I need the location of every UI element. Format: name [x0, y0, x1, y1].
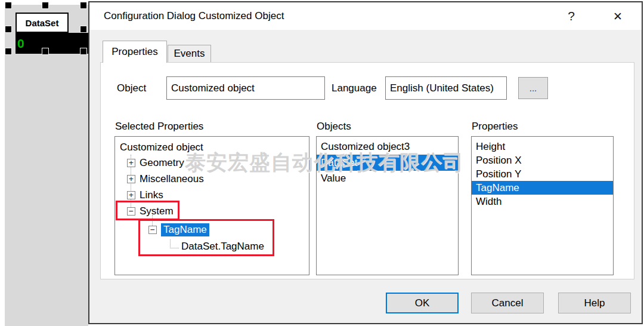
- tab-properties-label: Properties: [112, 46, 157, 58]
- selection-handle-bottom-left[interactable]: [5, 48, 11, 54]
- ok-button-label: OK: [415, 297, 430, 309]
- cancel-button[interactable]: Cancel: [471, 293, 544, 313]
- tree-item-links[interactable]: + Links: [127, 187, 163, 203]
- object-field-label: Object: [117, 82, 146, 94]
- tree-item-label: Miscellaneous: [140, 173, 204, 185]
- tree-item-miscellaneous[interactable]: + Miscellaneous: [127, 171, 204, 187]
- list-item[interactable]: Position X: [472, 153, 613, 167]
- list-item[interactable]: Value: [317, 171, 458, 186]
- tab-properties[interactable]: Properties: [103, 41, 167, 63]
- ok-button[interactable]: OK: [386, 293, 459, 313]
- collapse-icon[interactable]: −: [148, 226, 157, 234]
- list-item[interactable]: Customized object3: [317, 139, 458, 155]
- tree-item-geometry[interactable]: + Geometry: [127, 155, 184, 171]
- widget-label-text: DataSet: [26, 18, 59, 28]
- language-input-value: English (United States): [390, 82, 494, 94]
- tree-leaf-connector: [170, 239, 179, 248]
- dataset-widget-label[interactable]: DataSet: [16, 13, 69, 33]
- widget-value-text: 0: [17, 36, 24, 51]
- expand-icon[interactable]: +: [127, 159, 135, 167]
- browse-button[interactable]: ...: [518, 77, 548, 99]
- object-input-value: Customized object: [171, 82, 255, 94]
- list-item[interactable]: Position Y: [472, 167, 613, 181]
- objects-label: Objects: [317, 121, 351, 133]
- list-item-label: Width: [476, 196, 501, 208]
- tree-item-tagname[interactable]: − TagName: [148, 222, 209, 238]
- list-item-label: Position X: [476, 155, 522, 167]
- expand-icon[interactable]: +: [127, 191, 135, 199]
- list-item-selected[interactable]: DataSet: [317, 155, 458, 171]
- tree-item-customized-object[interactable]: Customized object: [120, 140, 203, 155]
- selected-properties-tree: Customized object + Geometry + Miscellan…: [114, 136, 309, 275]
- properties-label: Properties: [472, 121, 518, 133]
- expand-icon[interactable]: +: [127, 175, 135, 183]
- language-input[interactable]: English (United States): [385, 76, 507, 100]
- tree-item-label: System: [140, 205, 174, 217]
- tab-events-label: Events: [174, 48, 205, 60]
- selected-properties-label: Selected Properties: [115, 121, 203, 133]
- help-button-label: Help: [584, 297, 605, 309]
- tree-item-system[interactable]: − System: [127, 204, 174, 219]
- tab-events[interactable]: Events: [168, 45, 211, 62]
- list-item-label: Height: [476, 141, 505, 153]
- list-item-label: DataSet: [321, 157, 357, 169]
- properties-tab-page: Object Customized object Language Englis…: [100, 62, 634, 279]
- selection-handle-mid-right[interactable]: [80, 26, 86, 32]
- tree-item-label: Geometry: [140, 157, 184, 169]
- close-icon[interactable]: ✕: [605, 2, 631, 30]
- list-item[interactable]: Height: [472, 140, 613, 153]
- list-item-label: Position Y: [476, 168, 521, 180]
- tree-item-label-selected: TagName: [161, 223, 209, 236]
- screen: DataSet 0 Configuration Dialog Customize…: [0, 0, 644, 326]
- list-item-label: Customized object3: [321, 141, 410, 153]
- collapse-icon[interactable]: −: [127, 207, 135, 216]
- selection-handle-top-right[interactable]: [80, 2, 86, 8]
- selection-handle-bottom-mid[interactable]: [42, 48, 48, 54]
- properties-list: Height Position X Position Y TagName Wid…: [471, 136, 614, 275]
- list-item-label: Value: [321, 173, 346, 184]
- object-input[interactable]: Customized object: [166, 76, 325, 100]
- selection-handle-bottom-right[interactable]: [80, 48, 86, 54]
- tree-item-label: DataSet.TagName: [181, 241, 264, 253]
- help-button[interactable]: Help: [558, 293, 631, 313]
- editor-canvas: DataSet 0: [5, 5, 88, 326]
- selection-handle-top-left[interactable]: [5, 2, 11, 8]
- tree-item-dataset-tagname[interactable]: DataSet.TagName: [170, 239, 264, 254]
- cancel-button-label: Cancel: [492, 297, 524, 309]
- browse-button-label: ...: [530, 83, 537, 93]
- tree-item-label: Customized object: [120, 142, 203, 153]
- objects-list: Customized object3 DataSet Value: [316, 136, 459, 275]
- list-item-label: TagName: [476, 182, 519, 194]
- tree-item-label: Links: [140, 189, 163, 201]
- dataset-widget-value-display[interactable]: 0: [16, 33, 89, 54]
- selection-handle-top-mid[interactable]: [42, 2, 48, 8]
- list-item[interactable]: Width: [472, 195, 613, 208]
- list-item-selected[interactable]: TagName: [472, 181, 613, 195]
- help-icon[interactable]: ?: [558, 2, 584, 30]
- dialog-titlebar: Configuration Dialog Customized Object ?…: [89, 2, 642, 30]
- dialog-title: Configuration Dialog Customized Object: [104, 10, 284, 22]
- configuration-dialog: Configuration Dialog Customized Object ?…: [88, 1, 643, 324]
- language-field-label: Language: [332, 82, 377, 94]
- selection-handle-mid-left[interactable]: [5, 26, 11, 32]
